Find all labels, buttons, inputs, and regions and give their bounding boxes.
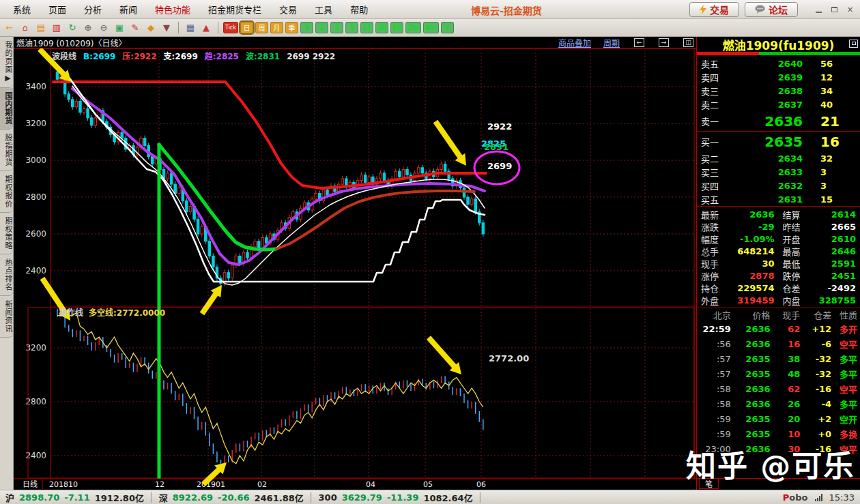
sidebar-item[interactable]: 期权报价 <box>0 171 13 213</box>
sidebar-item[interactable]: 国内期货 <box>0 88 13 130</box>
back-icon[interactable]: ← <box>3 21 16 34</box>
menu-item[interactable]: 分析 <box>75 2 111 18</box>
menu-item[interactable]: 新闻 <box>111 2 146 18</box>
period-button-季[interactable]: 季 <box>285 22 298 33</box>
index-value: 2898.70 <box>19 492 59 503</box>
x-axis-tick: 05 <box>423 480 433 489</box>
candle-body <box>90 118 93 125</box>
menu-item[interactable]: 特色功能 <box>146 2 199 18</box>
candle-body <box>246 252 249 258</box>
tape-row: :57263538-32多平 <box>697 351 860 366</box>
candle-body <box>417 168 420 173</box>
period-button-4hr[interactable]: 4hr <box>423 22 439 33</box>
left-sidebar: 我的页面▶国内期货股指期货期权报价期权策略热点排名新闻资讯 <box>0 37 14 490</box>
close-button[interactable]: × <box>844 4 856 14</box>
stat-row: 仓差-2492 <box>779 282 860 294</box>
zoom-out-icon[interactable]: ⊖ <box>97 21 111 34</box>
period-button-2hr[interactable]: 2hr <box>405 22 421 33</box>
period-button-1[interactable]: 1 <box>315 22 328 33</box>
index-amount: 1912.80亿 <box>95 491 144 504</box>
period-button-Y[interactable]: Y <box>441 22 454 33</box>
quote-table-icon[interactable]: ▦ <box>184 21 197 34</box>
candle-body <box>379 173 382 179</box>
menu-item[interactable]: 帮助 <box>341 2 377 18</box>
book-row: 买一263516 <box>697 132 860 151</box>
candle-body <box>170 173 173 184</box>
sidebar-item[interactable]: 期权策略 <box>0 213 13 254</box>
y-axis-label: 3200 <box>25 343 46 353</box>
tape-row: :57263548-32多平 <box>697 366 860 381</box>
tape-row: :56263616-6空平 <box>697 336 860 351</box>
menu-item[interactable]: 工具 <box>306 2 341 18</box>
sidebar-item[interactable]: 新闻资讯 <box>0 296 13 338</box>
trade-button[interactable]: 交易 <box>689 2 739 17</box>
news-icon[interactable]: ▤ <box>34 21 48 34</box>
stat-row: 涨跌-29 <box>697 220 779 233</box>
split-view-icon[interactable]: ◫ <box>683 38 693 47</box>
prev-contract-icon[interactable]: ← <box>634 38 644 47</box>
candle-body <box>341 179 344 184</box>
minimize-button[interactable] <box>813 4 825 14</box>
refresh-icon[interactable]: ↻ <box>66 21 79 34</box>
sidebar-item[interactable]: 我的页面▶ <box>0 37 13 88</box>
forum-button[interactable]: 论坛 <box>745 2 798 17</box>
chart-icon[interactable]: ▲ <box>199 21 213 34</box>
clock: 15:33 <box>829 492 855 503</box>
period-button-3[interactable]: 3 <box>330 22 343 33</box>
maximize-button[interactable] <box>829 4 840 14</box>
stat-row: 内盘328755 <box>779 294 860 306</box>
period-button-60[interactable]: 60 <box>390 22 403 33</box>
menu-item[interactable]: 页面 <box>40 2 75 18</box>
book-row: 买四26323 <box>697 179 860 192</box>
restore-icon[interactable] <box>849 40 858 48</box>
period-button-30[interactable]: 30 <box>375 22 388 33</box>
candle-body <box>94 118 97 125</box>
draw-icon[interactable]: ✎ <box>128 21 142 34</box>
menu-item[interactable]: 招金期货专栏 <box>199 2 270 18</box>
candle-body <box>212 256 215 267</box>
candle-body <box>143 138 146 146</box>
index-label: 深 <box>159 491 168 504</box>
sidebar-item[interactable]: 热点排名 <box>0 254 13 296</box>
brand-logo: Pobo <box>783 492 808 503</box>
candle-body <box>467 197 470 205</box>
home-icon[interactable]: ⌂ <box>18 21 32 34</box>
candle-body <box>315 194 317 199</box>
period-button-5[interactable]: 5 <box>345 22 358 33</box>
x-axis-tick: 04 <box>366 480 375 489</box>
candle-body <box>68 94 70 100</box>
alert-icon[interactable]: ◆ <box>144 21 158 34</box>
stat-row: 涨停2878 <box>697 269 779 282</box>
zoom-in-icon[interactable]: ⊕ <box>81 21 95 34</box>
period-button-日[interactable]: 日 <box>240 22 253 33</box>
menu-item[interactable]: 系统 <box>4 2 40 18</box>
candle-body <box>201 226 203 234</box>
candle-body <box>254 241 257 247</box>
period-button-X[interactable]: X <box>300 22 313 33</box>
status-bar: 沪2898.70-7.111912.80亿│深8922.69-20.662461… <box>0 490 860 504</box>
filter-icon[interactable]: ▼ <box>160 21 173 34</box>
next-contract-icon[interactable]: → <box>659 38 669 47</box>
period-button-月[interactable]: 月 <box>270 22 283 33</box>
stat-row: 外盘319459 <box>697 294 779 306</box>
market-indices: 沪2898.70-7.111912.80亿│深8922.69-20.662461… <box>5 491 483 504</box>
period-link[interactable]: 周期 <box>603 37 620 48</box>
period-button-Tick[interactable]: Tick <box>223 22 238 33</box>
sidebar-item[interactable]: 股指期货 <box>0 130 13 171</box>
candle-body <box>75 102 78 107</box>
candle-body <box>399 171 401 177</box>
book-row: 买二263432 <box>697 151 860 165</box>
pdf-icon[interactable]: ▥ <box>50 21 63 34</box>
stat-row: 最低2591 <box>779 257 860 269</box>
index-value: 3629.79 <box>342 492 382 503</box>
period-button-15[interactable]: 15 <box>360 22 373 33</box>
stat-row: 幅度-1.09% <box>697 233 779 245</box>
overlay-icon[interactable]: ▣ <box>113 21 126 34</box>
quote-stats: 最新2636结算2614涨跌-29昨结2665幅度-1.09%开盘2610总手6… <box>697 207 860 308</box>
period-button-周[interactable]: 周 <box>255 22 268 33</box>
kline-chart[interactable]: 340032003000280026002400320028002400日线20… <box>14 48 696 490</box>
index-change: -20.66 <box>218 492 250 503</box>
menu-item[interactable]: 交易 <box>270 2 306 18</box>
overlay-link[interactable]: 商品叠加 <box>558 37 591 48</box>
tape-row: :59263520+2空开 <box>697 411 860 426</box>
